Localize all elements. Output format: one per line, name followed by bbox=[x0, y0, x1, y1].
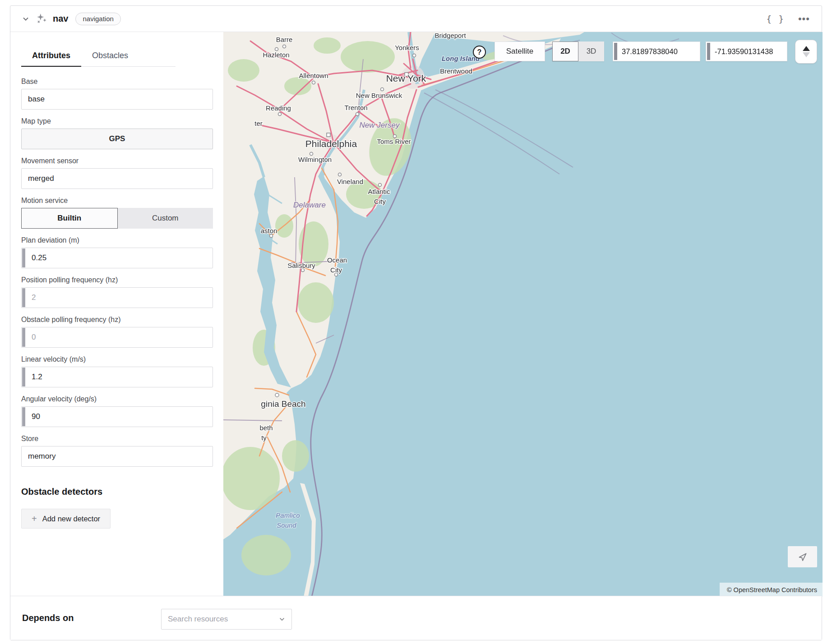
number-input-bar bbox=[707, 43, 710, 60]
card-header: nav navigation { } ••• bbox=[10, 6, 822, 32]
number-input-bar bbox=[22, 328, 25, 347]
depends-on-select[interactable]: Search resources bbox=[161, 609, 292, 630]
plan-deviation-label: Plan deviation (m) bbox=[21, 236, 213, 244]
attributes-form: Base Map type GPS Movement sensor Motion… bbox=[21, 67, 213, 529]
map-place-label: Allentown bbox=[299, 72, 328, 79]
number-input-bar bbox=[614, 43, 617, 60]
angular-velocity-input[interactable] bbox=[21, 406, 213, 427]
map-place-label: Ocean bbox=[327, 256, 347, 264]
card-body: Attributes Obstacles Base Map type GPS M… bbox=[10, 32, 823, 597]
map-place-label: Salisbury bbox=[287, 262, 315, 269]
plan-deviation-input[interactable] bbox=[21, 248, 213, 268]
code-braces-icon[interactable]: { } bbox=[767, 14, 785, 24]
map-place-label: New Brunswick bbox=[356, 92, 402, 99]
tab-attributes[interactable]: Attributes bbox=[21, 46, 81, 67]
page: nav navigation { } ••• Attributes Obstac… bbox=[0, 0, 832, 644]
store-input[interactable] bbox=[21, 446, 213, 467]
plus-icon: + bbox=[32, 514, 37, 523]
navigation-service-icon bbox=[36, 13, 47, 25]
motion-service-builtin-button[interactable]: Builtin bbox=[21, 208, 118, 229]
satellite-toggle-button[interactable]: Satellite bbox=[495, 41, 545, 61]
map-2d-button[interactable]: 2D bbox=[552, 41, 578, 61]
map-attribution: © OpenStreetMap Contributors bbox=[720, 583, 823, 597]
motion-service-custom-button[interactable]: Custom bbox=[118, 208, 213, 229]
select-placeholder: Search resources bbox=[162, 615, 228, 624]
map-place-label: Sound bbox=[277, 521, 296, 529]
service-title: nav bbox=[53, 14, 68, 24]
linear-velocity-label: Linear velocity (m/s) bbox=[21, 355, 213, 363]
openstreetmap-view[interactable]: BarreHazletonAllentownReadingterYonkersN… bbox=[223, 32, 823, 597]
chevron-down-icon bbox=[279, 616, 285, 622]
add-detector-button[interactable]: + Add new detector bbox=[21, 509, 111, 529]
map-place-label: Toms River bbox=[377, 138, 411, 145]
obstacle-detectors-heading: Obstacle detectors bbox=[21, 487, 213, 497]
angular-velocity-label: Angular velocity (deg/s) bbox=[21, 395, 213, 403]
latitude-input[interactable]: 37.81897838040 bbox=[613, 41, 700, 61]
map-place-label: aston bbox=[261, 227, 277, 235]
step-up-icon[interactable] bbox=[803, 46, 810, 51]
base-label: Base bbox=[21, 78, 213, 86]
movement-sensor-label: Movement sensor bbox=[21, 157, 213, 165]
map-place-label: Trenton bbox=[344, 104, 367, 111]
map-place-label: ter bbox=[254, 120, 263, 127]
movement-sensor-input[interactable] bbox=[21, 168, 213, 189]
map-place-label: New York bbox=[386, 73, 426, 83]
map-place-label: Hazleton bbox=[263, 51, 289, 59]
number-input-bar bbox=[22, 368, 25, 386]
linear-velocity-input[interactable] bbox=[21, 367, 213, 387]
map-place-label: New Jersey bbox=[360, 121, 400, 129]
map-place-label: City bbox=[330, 266, 342, 274]
map-place-label: City bbox=[374, 198, 386, 205]
map-place-label: Vineland bbox=[337, 178, 363, 185]
depends-on-heading: Depends on bbox=[22, 613, 74, 623]
map-place-label: Pamlico bbox=[276, 511, 300, 519]
panel-tabs: Attributes Obstacles bbox=[21, 46, 176, 67]
obstacle-polling-input[interactable] bbox=[21, 327, 213, 348]
store-label: Store bbox=[21, 435, 213, 443]
map-place-label: Philadelphia bbox=[305, 138, 357, 149]
map-place-label: Delaware bbox=[293, 201, 326, 209]
map-place-label: Yonkers bbox=[395, 44, 419, 51]
map-3d-button[interactable]: 3D bbox=[578, 41, 604, 61]
position-polling-label: Position polling frequency (hz) bbox=[21, 276, 213, 284]
navigation-service-card: nav navigation { } ••• Attributes Obstac… bbox=[10, 5, 822, 640]
locate-button[interactable] bbox=[788, 546, 817, 567]
motion-service-label: Motion service bbox=[21, 197, 213, 205]
map-place-label: beth bbox=[259, 424, 273, 432]
base-input[interactable] bbox=[21, 89, 213, 110]
map-place-label: Reading bbox=[266, 104, 291, 112]
add-detector-label: Add new detector bbox=[42, 515, 100, 523]
help-icon[interactable]: ? bbox=[473, 46, 486, 59]
navigation-arrow-icon bbox=[798, 552, 808, 562]
number-input-bar bbox=[22, 288, 25, 307]
zoom-stepper[interactable] bbox=[795, 40, 817, 64]
map-place-label: Bridgeport bbox=[434, 32, 466, 39]
map-place-label: Brentwood bbox=[440, 67, 472, 75]
map-place-label: Wilmington bbox=[298, 156, 332, 163]
map-place-label: Atlantic bbox=[368, 188, 390, 195]
number-input-bar bbox=[22, 407, 25, 426]
map-place-label: ty bbox=[261, 434, 267, 442]
obstacle-polling-label: Obstacle polling frequency (hz) bbox=[21, 316, 213, 324]
position-polling-input[interactable] bbox=[21, 287, 213, 308]
motion-service-toggle: Builtin Custom bbox=[21, 208, 213, 229]
chevron-down-icon[interactable] bbox=[22, 15, 29, 23]
map-place-label: Barre bbox=[276, 36, 293, 43]
map-place-label: ginia Beach bbox=[261, 399, 305, 409]
map-canvas[interactable]: BarreHazletonAllentownReadingterYonkersN… bbox=[223, 32, 823, 597]
tab-obstacles[interactable]: Obstacles bbox=[81, 46, 139, 66]
number-input-bar bbox=[22, 248, 25, 267]
service-type-badge: navigation bbox=[75, 13, 120, 25]
longitude-input[interactable]: -71.93590131438 bbox=[706, 41, 787, 61]
map-type-label: Map type bbox=[21, 117, 213, 125]
attributes-panel: Attributes Obstacles Base Map type GPS M… bbox=[10, 32, 223, 597]
card-footer: Depends on Search resources bbox=[10, 596, 822, 640]
step-down-icon[interactable] bbox=[803, 52, 810, 57]
map-type-gps-button[interactable]: GPS bbox=[21, 129, 213, 149]
